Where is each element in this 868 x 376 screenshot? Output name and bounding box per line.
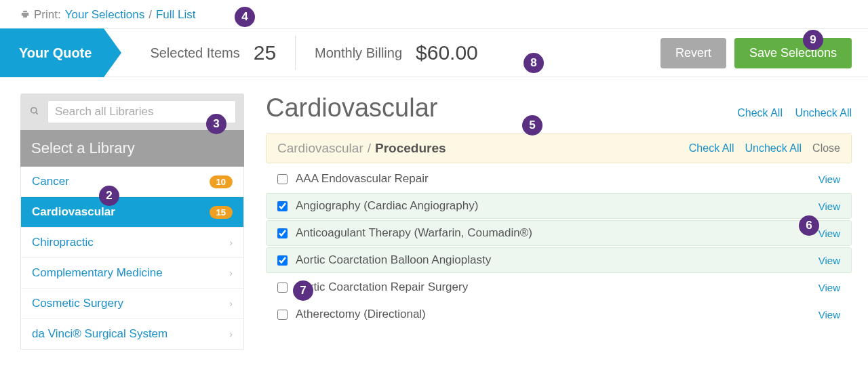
sidebar-item-cardiovascular[interactable]: Cardiovascular15 [21, 197, 243, 228]
sidebar-item-label: da Vinci® Surgical System [32, 327, 167, 341]
section-uncheck-all-link[interactable]: Uncheck All [745, 142, 802, 154]
monthly-billing-metric: Monthly Billing $60.00 [295, 36, 497, 70]
print-full-list-link[interactable]: Full List [156, 8, 196, 22]
procedure-checkbox[interactable] [277, 310, 288, 320]
svg-point-0 [31, 107, 37, 112]
procedure-label: Angiography (Cardiac Angiography) [296, 199, 818, 213]
procedure-checkbox[interactable] [277, 255, 288, 266]
page-title: Cardiovascular [266, 93, 437, 123]
view-link[interactable]: View [818, 173, 840, 185]
save-selections-button[interactable]: Save Selections [734, 38, 852, 68]
sidebar-item-cosmetic-surgery[interactable]: Cosmetic Surgery› [21, 289, 243, 319]
print-icon [20, 9, 30, 21]
top-link-group: Check All Uncheck All [728, 107, 852, 119]
sidebar-item-label: Complementary Medicine [32, 266, 163, 280]
search-input[interactable] [47, 100, 236, 123]
chevron-right-icon: › [229, 329, 233, 339]
procedure-label: Aortic Coarctation Balloon Angioplasty [296, 253, 818, 267]
sidebar-item-label: Cancer [32, 175, 69, 188]
procedure-row: Aortic Coarctation Balloon AngioplastyVi… [266, 247, 852, 273]
count-badge: 15 [210, 206, 233, 219]
print-bar: Print: Your Selections / Full List [0, 0, 868, 28]
procedure-row: Atherectomy (Directional)View [266, 301, 852, 327]
selected-items-metric: Selected Items 25 [131, 36, 295, 70]
procedure-label: Anticoagulant Therapy (Warfarin, Coumadi… [296, 226, 818, 240]
procedure-label: Aortic Coarctation Repair Surgery [296, 280, 818, 294]
quote-bar: Your Quote Selected Items 25 Monthly Bil… [0, 28, 868, 77]
section-parent: Cardiovascular [277, 141, 363, 156]
sidebar-item-cancer[interactable]: Cancer10 [21, 167, 243, 197]
your-quote-tab: Your Quote [0, 28, 104, 77]
sidebar: Select a Library Cancer10Cardiovascular1… [20, 93, 244, 350]
procedure-row: Anticoagulant Therapy (Warfarin, Coumadi… [266, 220, 852, 246]
sidebar-item-chiropractic[interactable]: Chiropractic› [21, 228, 243, 258]
procedure-label: AAA Endovascular Repair [296, 172, 818, 186]
revert-button[interactable]: Revert [660, 38, 726, 68]
sidebar-item-label: Cardiovascular [32, 205, 115, 219]
view-link[interactable]: View [818, 255, 840, 266]
procedure-row: AAA Endovascular RepairView [266, 166, 852, 192]
library-header: Select a Library [20, 130, 244, 167]
content-area: Cardiovascular Check All Uncheck All Car… [266, 93, 852, 350]
print-label: Print: [34, 8, 61, 22]
procedure-row: Aortic Coarctation Repair SurgeryView [266, 274, 852, 300]
section-close-link[interactable]: Close [812, 142, 840, 154]
sidebar-item-label: Chiropractic [32, 236, 94, 249]
selected-items-value: 25 [254, 41, 276, 64]
check-all-link[interactable]: Check All [737, 107, 783, 119]
search-box [20, 93, 244, 130]
procedure-checkbox[interactable] [277, 174, 288, 184]
chevron-right-icon: › [229, 237, 233, 248]
procedure-label: Atherectomy (Directional) [296, 308, 818, 321]
svg-line-1 [36, 112, 38, 114]
separator: / [149, 8, 152, 22]
section-child: Procedures [375, 141, 446, 156]
sidebar-item-complementary-medicine[interactable]: Complementary Medicine› [21, 258, 243, 289]
view-link[interactable]: View [818, 228, 840, 239]
view-link[interactable]: View [818, 282, 840, 293]
sidebar-item-da-vinci-surgical-system[interactable]: da Vinci® Surgical System› [21, 319, 243, 349]
search-icon [28, 106, 41, 118]
section-bar: Cardiovascular / Procedures Check All Un… [266, 133, 852, 163]
monthly-billing-value: $60.00 [416, 41, 478, 64]
print-selections-link[interactable]: Your Selections [65, 8, 145, 22]
uncheck-all-link[interactable]: Uncheck All [795, 107, 852, 119]
procedure-checkbox[interactable] [277, 201, 288, 211]
procedure-checkbox[interactable] [277, 228, 288, 238]
procedure-checkbox[interactable] [277, 283, 288, 293]
chevron-right-icon: › [229, 298, 233, 309]
view-link[interactable]: View [818, 309, 840, 320]
section-check-all-link[interactable]: Check All [689, 142, 734, 154]
chevron-right-icon: › [229, 268, 233, 278]
sidebar-item-label: Cosmetic Surgery [32, 297, 123, 310]
selected-items-label: Selected Items [150, 45, 239, 61]
procedure-list: AAA Endovascular RepairViewAngiography (… [266, 166, 852, 327]
view-link[interactable]: View [818, 201, 840, 212]
procedure-row: Angiography (Cardiac Angiography)View [266, 193, 852, 219]
separator: / [368, 141, 371, 156]
monthly-billing-label: Monthly Billing [315, 45, 402, 61]
library-list: Cancer10Cardiovascular15Chiropractic›Com… [20, 167, 244, 350]
count-badge: 10 [210, 175, 233, 188]
